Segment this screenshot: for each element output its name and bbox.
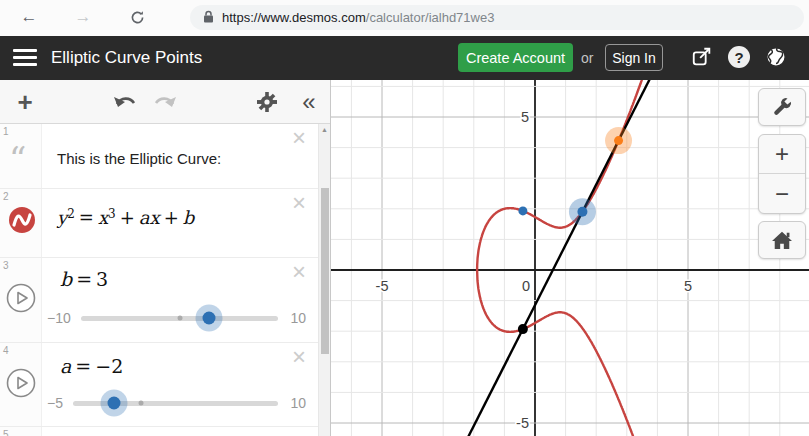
expression-item-note[interactable]: 1 “ This is the Elliptic Curve: × xyxy=(0,124,318,189)
slider-b: −10 10 xyxy=(0,308,318,328)
slider-min-label[interactable]: −10 xyxy=(47,310,71,326)
reload-icon[interactable] xyxy=(124,4,150,30)
expression-list: 1 “ This is the Elliptic Curve: × 2 y2=x… xyxy=(0,124,318,436)
slider-max-label[interactable]: 10 xyxy=(290,310,306,326)
slider-a-equation: a=−2 xyxy=(60,355,123,377)
forward-icon[interactable]: → xyxy=(70,4,96,30)
delete-expression-icon[interactable]: × xyxy=(292,126,306,150)
zoom-out-button[interactable]: − xyxy=(759,174,805,213)
scrollbar-thumb[interactable] xyxy=(321,188,329,354)
lock-icon xyxy=(203,9,214,27)
delete-expression-icon[interactable]: × xyxy=(292,260,306,284)
undo-icon[interactable] xyxy=(111,87,141,117)
scroll-up-arrow[interactable]: ▲ xyxy=(321,126,328,133)
slider-min-label[interactable]: −5 xyxy=(47,395,63,411)
desmos-header: Elliptic Curve Points Create Account or … xyxy=(0,36,809,80)
menu-icon[interactable] xyxy=(13,49,37,67)
graph-canvas[interactable]: -5055-5 xyxy=(331,80,809,436)
zoom-controls: + − xyxy=(758,134,806,214)
slider-max-label[interactable]: 10 xyxy=(290,395,306,411)
browser-toolbar: ← → https://www.desmos.com/calculator/ia… xyxy=(0,0,809,36)
graph-paper[interactable]: -5055-5 + − xyxy=(331,80,809,436)
desmos-app: ← → https://www.desmos.com/calculator/ia… xyxy=(0,0,809,436)
note-text: This is the Elliptic Curve: xyxy=(57,150,221,167)
delete-expression-icon[interactable]: × xyxy=(292,191,306,215)
slider-b-equation: b=3 xyxy=(60,268,108,290)
or-label: or xyxy=(581,50,593,66)
svg-text:-5: -5 xyxy=(516,415,529,431)
graph-title: Elliptic Curve Points xyxy=(51,48,202,68)
language-globe-icon[interactable] xyxy=(764,45,788,69)
back-icon[interactable]: ← xyxy=(16,4,42,30)
zoom-in-button[interactable]: + xyxy=(759,135,805,174)
slider-track[interactable] xyxy=(81,316,279,321)
slider-handle[interactable] xyxy=(203,312,216,325)
add-expression-icon[interactable]: + xyxy=(10,87,40,117)
share-icon[interactable] xyxy=(690,45,714,69)
delete-expression-icon[interactable]: × xyxy=(292,345,306,369)
slider-track[interactable] xyxy=(73,401,278,406)
expression-item-slider-a[interactable]: 4 a=−2 × −5 10 xyxy=(0,343,318,427)
help-icon[interactable]: ? xyxy=(727,45,751,69)
slider-handle[interactable] xyxy=(108,397,121,410)
settings-gear-icon[interactable] xyxy=(252,87,282,117)
slider-zero-tick xyxy=(177,316,182,321)
create-account-button[interactable]: Create Account xyxy=(458,43,573,72)
slider-zero-tick xyxy=(139,401,144,406)
expression-toolbar: + « xyxy=(0,80,330,124)
expression-item-curve[interactable]: 2 y2=x3+ax+b × xyxy=(0,189,318,258)
quote-icon: “ xyxy=(9,142,26,176)
expression-panel: + « 1 “ This is the Elliptic Curve: xyxy=(0,80,331,436)
graph-settings-wrench-button[interactable] xyxy=(758,88,806,126)
redo-icon[interactable] xyxy=(149,87,179,117)
sign-in-button[interactable]: Sign In xyxy=(605,44,663,71)
url-bar[interactable]: https://www.desmos.com/calculator/ialhd7… xyxy=(190,5,804,30)
svg-text:-5: -5 xyxy=(376,278,389,294)
svg-text:0: 0 xyxy=(522,278,530,294)
curve-style-icon[interactable] xyxy=(8,206,36,238)
expression-item-partial[interactable]: 5 xyxy=(0,427,318,436)
collapse-panel-icon[interactable]: « xyxy=(294,87,324,117)
expression-item-slider-b[interactable]: 3 b=3 × −10 10 xyxy=(0,258,318,343)
default-view-home-button[interactable] xyxy=(758,221,806,259)
url-text: https://www.desmos.com/calculator/ialhd7… xyxy=(222,10,494,25)
slider-a: −5 10 xyxy=(0,393,318,413)
panel-scrollbar[interactable]: ▲ xyxy=(318,124,330,436)
svg-text:5: 5 xyxy=(521,109,529,125)
curve-equation: y2=x3+ax+b xyxy=(57,207,194,228)
svg-text:5: 5 xyxy=(684,278,692,294)
